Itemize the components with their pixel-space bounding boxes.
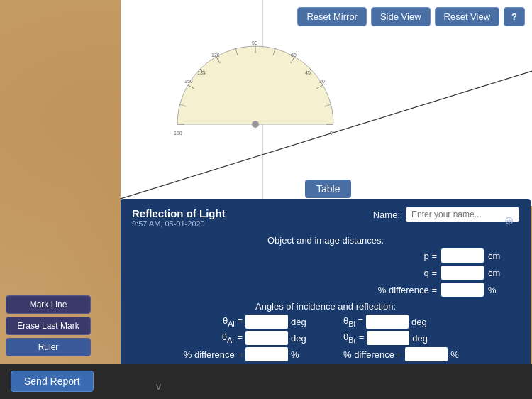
theta-ai-input[interactable] — [245, 315, 288, 329]
theta-br-input[interactable] — [367, 331, 409, 345]
diff-a-input[interactable] — [245, 347, 288, 361]
diff-a-unit: % — [291, 349, 308, 360]
panel-header: Reflection of Light 9:57 AM, 05-01-2020 … — [132, 207, 519, 228]
theta-ai-unit: deg — [291, 317, 308, 327]
theta-ar-col: θAr = deg — [132, 331, 322, 345]
table-button[interactable]: Table — [305, 180, 351, 198]
svg-text:30: 30 — [319, 79, 325, 84]
svg-text:90: 90 — [252, 40, 257, 45]
reset-view-button[interactable]: Reset View — [435, 7, 500, 26]
svg-text:180: 180 — [174, 131, 182, 136]
theta-br-sub: Br — [348, 336, 356, 344]
svg-text:135: 135 — [197, 70, 206, 75]
theta-ar-unit: deg — [291, 333, 308, 344]
svg-text:45: 45 — [305, 70, 311, 75]
p-unit: cm — [488, 251, 505, 261]
data-panel: Reflection of Light 9:57 AM, 05-01-2020 … — [121, 199, 531, 372]
diff-a-label: % difference = — [184, 349, 243, 360]
theta-br-label: θBr = — [343, 332, 364, 344]
panel-title-section: Reflection of Light 9:57 AM, 05-01-2020 — [132, 207, 226, 228]
theta-ar-label: θAr = — [222, 332, 243, 344]
ruler-button[interactable]: Ruler — [6, 338, 91, 356]
theta-br-col: θBr = deg — [322, 331, 519, 345]
p-row: p = cm — [132, 248, 519, 263]
diff-row: % difference = % — [132, 283, 519, 297]
panel-title: Reflection of Light — [132, 207, 226, 219]
help-button[interactable]: ? — [504, 7, 525, 26]
theta-br-unit: deg — [412, 333, 429, 344]
theta-r-row: θAr = deg θBr = deg — [132, 331, 519, 345]
diff-b-input[interactable] — [405, 347, 448, 361]
crosshair-icon: ⊕ — [504, 214, 514, 227]
theta-bi-input[interactable] — [366, 315, 409, 329]
diff-label: % difference = — [378, 285, 437, 295]
theta-bi-sub: Bi — [348, 319, 355, 328]
mark-line-button[interactable]: Mark Line — [6, 295, 91, 314]
p-input[interactable] — [441, 248, 484, 263]
diff-a-col: % difference = % — [132, 347, 322, 361]
angles-section-title: Angles of incidence and reflection: — [132, 301, 519, 312]
angles-diff-row: % difference = % % difference = % — [132, 347, 519, 361]
bottom-bar: Send Report v — [0, 364, 532, 399]
q-row: q = cm — [132, 266, 519, 280]
name-input[interactable] — [406, 207, 519, 222]
erase-last-mark-button[interactable]: Erase Last Mark — [6, 317, 91, 335]
diff-b-unit: % — [450, 349, 467, 360]
diff-input[interactable] — [441, 283, 484, 297]
left-panel: Mark Line Erase Last Mark Ruler — [6, 295, 91, 356]
svg-text:60: 60 — [291, 53, 297, 58]
side-view-button[interactable]: Side View — [371, 7, 431, 26]
theta-bi-unit: deg — [411, 317, 428, 327]
p-label: p = — [424, 251, 437, 261]
q-input[interactable] — [441, 266, 484, 280]
svg-text:150: 150 — [184, 79, 193, 84]
reset-mirror-button[interactable]: Reset Mirror — [297, 7, 367, 26]
theta-ai-sub: Ai — [228, 319, 235, 328]
distances-section-title: Object and image distances: — [132, 235, 519, 246]
svg-text:120: 120 — [211, 53, 220, 58]
panel-date: 9:57 AM, 05-01-2020 — [132, 219, 226, 228]
theta-bi-label: θBi = — [343, 315, 363, 328]
q-unit: cm — [488, 268, 505, 278]
theta-ar-input[interactable] — [245, 331, 288, 345]
top-toolbar: Reset Mirror Side View Reset View ? — [297, 7, 525, 26]
paper-svg: 180 0 90 60 120 30 150 45 135 — [121, 0, 532, 206]
theta-ai-label: θAi = — [223, 315, 243, 328]
theta-ar-sub: Ar — [227, 336, 235, 344]
q-label: q = — [424, 268, 437, 278]
svg-text:0: 0 — [330, 131, 333, 136]
diff-unit: % — [488, 285, 505, 295]
bottom-chevron: v — [156, 381, 161, 392]
name-section: Name: — [373, 207, 519, 222]
diff-b-col: % difference = % — [322, 347, 519, 361]
name-label: Name: — [373, 209, 400, 220]
svg-point-2 — [252, 121, 259, 128]
theta-ai-col: θAi = deg — [132, 315, 322, 329]
theta-i-row: θAi = deg θBi = deg — [132, 315, 519, 329]
paper-area: 180 0 90 60 120 30 150 45 135 — [121, 0, 532, 206]
theta-bi-col: θBi = deg — [322, 315, 519, 329]
send-report-button[interactable]: Send Report — [11, 371, 94, 392]
diff-b-label: % difference = — [343, 349, 402, 360]
